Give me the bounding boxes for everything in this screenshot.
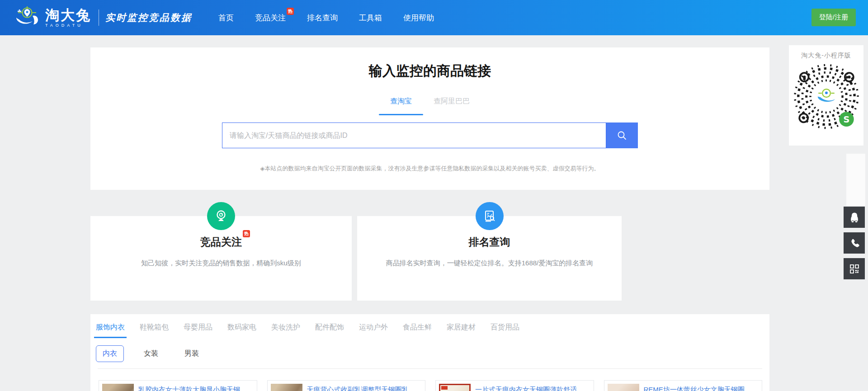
logo-tagline: 实时监控竞品数据 <box>105 11 192 24</box>
product-title-3: 一片式无痕内衣女无钢圈薄款舒适... <box>475 385 583 391</box>
tab-alibaba[interactable]: 查阿里巴巴 <box>434 97 470 113</box>
qq-icon <box>849 212 860 223</box>
category-tab-shoes-bags[interactable]: 鞋靴箱包 <box>140 323 169 338</box>
subcategory-men-clothing[interactable]: 男装 <box>178 346 205 362</box>
product-card-3[interactable]: 一片式无痕内衣女无钢圈薄款舒适... <box>435 380 594 391</box>
rank-report-icon <box>476 202 504 230</box>
category-tabs: 服饰内衣 鞋靴箱包 母婴用品 数码家电 美妆洗护 配件配饰 运动户外 食品生鲜 … <box>90 314 769 338</box>
feature-desc-competitor: 知己知彼，实时关注竞品的销售数据，精确到sku级别 <box>90 259 352 268</box>
nav-item-toolbox[interactable]: 工具箱 <box>359 13 382 23</box>
product-list: 乳胶内衣女士薄款大胸显小胸无钢... 无痕背心式收副乳调整型无钢圈乳... 一片… <box>99 380 762 391</box>
nav-item-rank-query[interactable]: 排名查询 <box>307 13 338 23</box>
product-card-2[interactable]: 无痕背心式收副乳调整型无钢圈乳... <box>267 380 426 391</box>
category-tab-sports-outdoor[interactable]: 运动户外 <box>359 323 388 338</box>
feature-title-rank-text: 排名查询 <box>469 236 510 248</box>
tab-taobao-label: 查淘宝 <box>390 97 412 105</box>
feature-title-competitor-text: 竞品关注 <box>200 236 242 248</box>
product-card-1[interactable]: 乳胶内衣女士薄款大胸显小胸无钢... <box>99 380 257 391</box>
category-tab-apparel[interactable]: 服饰内衣 <box>96 323 125 338</box>
category-tab-home-building[interactable]: 家居建材 <box>447 323 476 338</box>
logo[interactable]: 淘大兔 TAODATU 实时监控竞品数据 <box>14 6 192 29</box>
floating-panel <box>846 154 865 206</box>
product-title-1: 乳胶内衣女士薄款大胸显小胸无钢... <box>138 385 246 391</box>
category-section: 服饰内衣 鞋靴箱包 母婴用品 数码家电 美妆洗护 配件配饰 运动户外 食品生鲜 … <box>90 314 769 391</box>
rabbit-crosshair-logo-icon <box>14 6 41 29</box>
nav-item-home[interactable]: 首页 <box>218 13 234 23</box>
category-tab-accessories[interactable]: 配件配饰 <box>315 323 344 338</box>
category-tab-food-fresh[interactable]: 食品生鲜 <box>403 323 432 338</box>
tab-taobao[interactable]: 查淘宝 <box>390 97 412 113</box>
subcategory-women-clothing[interactable]: 女装 <box>137 346 165 362</box>
category-tab-general-goods[interactable]: 百货用品 <box>491 323 519 338</box>
tab-alibaba-label: 查阿里巴巴 <box>434 97 470 105</box>
feature-title-competitor: 竞品关注 热 <box>200 235 242 249</box>
search-section: 输入监控的商品链接 查淘宝 查阿里巴巴 ◈本站点的数据均来自淘宝公开页面的数据采… <box>90 47 769 190</box>
logo-title: 淘大兔 <box>45 8 91 22</box>
product-card-4[interactable]: REME坊一体蕾丝少女文胸无钢圈... <box>604 380 763 391</box>
product-title-4: REME坊一体蕾丝少女文胸无钢圈... <box>644 385 750 391</box>
product-title-2: 无痕背心式收副乳调整型无钢圈乳... <box>307 385 415 391</box>
top-navbar: 淘大兔 TAODATU 实时监控竞品数据 首页 竞品关注 热 排名查询 工具箱 … <box>0 0 868 35</box>
product-image-2 <box>271 384 302 391</box>
magnifier-icon <box>616 130 628 141</box>
subcategory-tabs: 内衣 女装 男装 <box>96 345 769 362</box>
divider <box>98 368 762 369</box>
feature-desc-rank: 商品排名实时查询，一键轻松定位排名。支持1688/爱淘宝的排名查询 <box>357 259 622 268</box>
search-bar <box>90 122 769 148</box>
phone-icon <box>849 238 860 249</box>
category-tab-digital-appliance[interactable]: 数码家电 <box>227 323 256 338</box>
qrcode-icon <box>849 264 859 274</box>
qr-panel-label: 淘大兔-小程序版 <box>789 52 863 60</box>
page-title: 输入监控的商品链接 <box>90 62 769 80</box>
product-image-4 <box>608 384 639 391</box>
nav-item-competitor-watch-label: 竞品关注 <box>255 14 286 22</box>
feature-hot-badge: 热 <box>243 230 250 237</box>
active-tab-underline <box>379 114 423 115</box>
feature-competitor-watch[interactable]: 竞品关注 热 知己知彼，实时关注竞品的销售数据，精确到sku级别 <box>90 216 352 301</box>
webcam-icon <box>207 202 235 230</box>
category-tab-mother-baby[interactable]: 母婴用品 <box>184 323 212 338</box>
miniprogram-qr-code: S <box>793 61 860 133</box>
qq-contact-button[interactable] <box>844 207 865 228</box>
product-image-1 <box>102 384 134 391</box>
qrcode-button[interactable] <box>844 258 865 279</box>
logo-divider <box>99 9 99 26</box>
feature-title-rank: 排名查询 <box>469 235 510 249</box>
product-image-3 <box>439 384 471 391</box>
miniprogram-qr-panel: 淘大兔-小程序版 S <box>789 45 863 146</box>
data-disclaimer: ◈本站点的数据均来自淘宝公开页面的数据采集，没有涉及生意参谋等任意隐私数据的采集… <box>90 165 769 173</box>
nav-item-help[interactable]: 使用帮助 <box>403 13 434 23</box>
product-link-input[interactable] <box>222 122 606 148</box>
search-button[interactable] <box>606 122 638 148</box>
hot-badge: 热 <box>287 8 294 15</box>
feature-rank-query[interactable]: 排名查询 商品排名实时查询，一键轻松定位排名。支持1688/爱淘宝的排名查询 <box>357 216 622 301</box>
phone-contact-button[interactable] <box>844 232 865 254</box>
search-tabs: 查淘宝 查阿里巴巴 <box>90 97 769 113</box>
wechat-miniprogram-icon: S <box>839 112 854 127</box>
subcategory-underwear[interactable]: 内衣 <box>96 345 124 362</box>
nav-item-competitor-watch[interactable]: 竞品关注 热 <box>255 13 286 23</box>
category-tab-beauty-care[interactable]: 美妆洗护 <box>271 323 300 338</box>
login-register-button[interactable]: 登陆/注册 <box>811 9 856 26</box>
main-nav: 首页 竞品关注 热 排名查询 工具箱 使用帮助 <box>218 13 434 23</box>
logo-subtitle: TAODATU <box>45 24 91 28</box>
svg-text:S: S <box>843 114 849 125</box>
